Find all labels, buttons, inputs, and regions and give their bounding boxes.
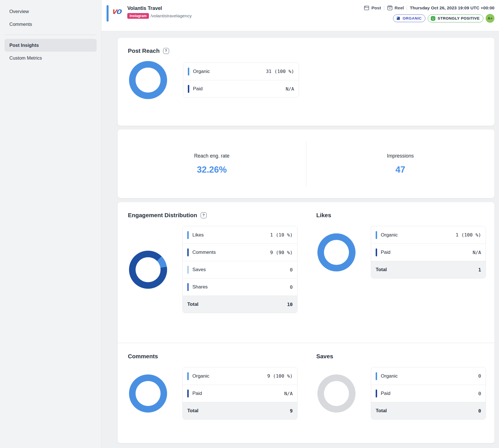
legend-total-row: Total 10 <box>183 296 297 313</box>
legend-row: Comments 9 (90 %) <box>183 244 297 261</box>
comments-section: Comments Organic 9 (100 %) Paid N/A <box>118 343 306 443</box>
likes-donut <box>317 233 355 271</box>
legend-row: Organic 31 (100 %) <box>183 63 299 80</box>
organic-badge: ORGANIC <box>393 14 425 22</box>
legend-swatch <box>187 390 189 397</box>
comments-title: Comments <box>128 353 158 360</box>
saves-section: Saves Organic 0 Paid 0 To <box>306 343 494 443</box>
likes-legend: Organic 1 (100 %) Paid N/A Total 1 <box>371 226 486 279</box>
legend-row: Organic 1 (100 %) <box>371 226 486 244</box>
post-icon <box>364 5 369 11</box>
legend-swatch <box>376 390 377 397</box>
sidebar-item-custom-metrics[interactable]: Custom Metrics <box>5 52 97 64</box>
account-name: Volantis Travel <box>127 5 192 11</box>
comments-legend: Organic 9 (100 %) Paid N/A Total 9 <box>182 367 298 420</box>
legend-swatch <box>187 372 189 380</box>
account-handle: /volantistravelagency <box>151 13 192 18</box>
likes-section: Likes Organic 1 (100 %) Paid N/A <box>306 202 494 343</box>
separator <box>384 5 384 11</box>
post-timestamp: Thursday Oct 26, 2023 19:09 UTC +00:00 <box>410 5 494 11</box>
legend-total-row: Total 0 <box>371 402 486 419</box>
header: v o Volantis Travel Instagram /volantist… <box>101 0 499 31</box>
network-badge: Instagram <box>127 13 149 19</box>
tab-post[interactable]: Post <box>364 5 381 11</box>
legend-swatch <box>376 231 377 239</box>
legend-row: Paid N/A <box>371 244 486 261</box>
kpi-card: Reach eng. rate 32.26% Impressions 47 <box>118 129 494 198</box>
sidebar: Overview Comments Post Insights Custom M… <box>0 0 101 448</box>
sidebar-item-comments[interactable]: Comments <box>5 18 97 31</box>
kpi-impressions: Impressions 47 <box>306 153 495 175</box>
accent-bar <box>107 5 109 22</box>
kpi-reach-eng-rate: Reach eng. rate 32.26% <box>118 153 306 175</box>
legend-swatch <box>376 372 377 380</box>
legend-swatch <box>187 283 189 291</box>
post-reach-legend: Organic 31 (100 %) Paid N/A <box>183 62 299 98</box>
sidebar-item-overview[interactable]: Overview <box>5 5 97 18</box>
legend-row: Paid 0 <box>371 385 486 402</box>
sidebar-divider <box>5 35 97 35</box>
engagement-donut <box>129 251 167 289</box>
saves-title: Saves <box>316 353 333 360</box>
legend-row: Organic 0 <box>371 367 486 385</box>
separator <box>407 5 407 11</box>
help-icon[interactable]: ? <box>201 212 207 218</box>
post-reach-card: Post Reach ? Organic 31 (100 %) Paid N/A <box>118 38 494 126</box>
legend-row: Likes 1 (10 %) <box>183 226 297 244</box>
post-reach-donut <box>129 61 167 99</box>
sidebar-item-post-insights[interactable]: Post Insights <box>5 39 97 52</box>
legend-row: Paid N/A <box>183 80 299 97</box>
legend-swatch <box>188 68 189 76</box>
legend-swatch <box>188 85 189 93</box>
help-icon[interactable]: ? <box>163 48 169 54</box>
legend-row: Organic 9 (100 %) <box>183 367 297 385</box>
engagement-card: Engagement Distribution ? Likes 1 (10 %)… <box>118 202 494 343</box>
legend-row: Shares 0 <box>183 278 297 296</box>
post-reach-title: Post Reach <box>128 47 160 54</box>
comments-donut <box>129 374 167 413</box>
reel-icon <box>387 5 393 11</box>
comments-saves-card: Comments Organic 9 (100 %) Paid N/A <box>118 343 494 443</box>
main-area: v o Volantis Travel Instagram /volantist… <box>101 0 499 448</box>
legend-total-row: Total 9 <box>183 402 297 419</box>
likes-title: Likes <box>316 212 331 219</box>
sentiment-badge: STRONGLY POSITIVE <box>428 14 483 22</box>
legend-total-row: Total 1 <box>371 261 486 278</box>
tab-reel[interactable]: Reel <box>387 5 404 11</box>
smiley-icon <box>431 16 436 21</box>
legend-row: Paid N/A <box>183 385 297 402</box>
legend-swatch <box>187 266 189 274</box>
saves-legend: Organic 0 Paid 0 Total 0 <box>371 367 486 420</box>
engagement-legend: Likes 1 (10 %) Comments 9 (90 %) Saves 0 <box>182 226 298 313</box>
engagement-title: Engagement Distribution <box>128 212 197 219</box>
grade-badge: A+ <box>486 14 494 23</box>
saves-donut <box>317 374 355 413</box>
legend-swatch <box>187 231 189 239</box>
engagement-distribution-section: Engagement Distribution ? Likes 1 (10 %)… <box>118 202 306 343</box>
legend-swatch <box>376 248 377 256</box>
legend-row: Saves 0 <box>183 261 297 278</box>
organic-icon <box>396 16 401 21</box>
account-avatar: v o <box>113 6 124 18</box>
legend-swatch <box>187 248 189 256</box>
